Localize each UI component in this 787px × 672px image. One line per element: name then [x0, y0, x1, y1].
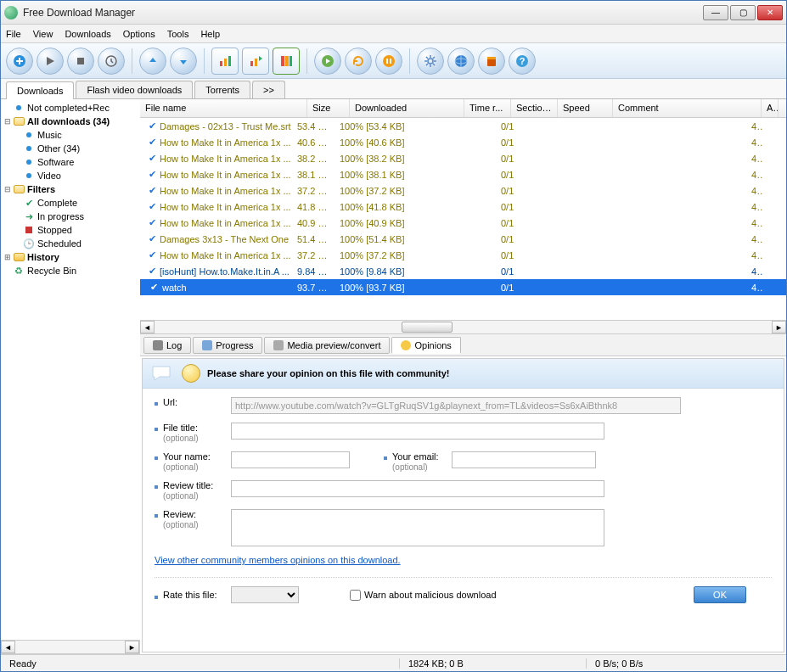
detail-tab-progress[interactable]: Progress [193, 337, 262, 354]
col-time[interactable]: Time r... [464, 99, 511, 117]
list-header: File name Size Downloaded Time r... Sect… [140, 99, 786, 118]
col-added[interactable]: A [762, 99, 779, 117]
table-row[interactable]: ✔watch93.7 KB100% [93.7 KB]0/14/ [140, 279, 786, 295]
tab-torrents[interactable]: Torrents [194, 81, 250, 98]
tab-more[interactable]: >> [252, 81, 285, 98]
svg-rect-19 [487, 57, 496, 59]
tree-stopped[interactable]: Stopped [3, 223, 138, 237]
tree-music[interactable]: Music [3, 128, 138, 142]
check-icon: ✔ [149, 266, 156, 277]
maximize-button[interactable]: ▢ [730, 5, 756, 20]
table-row[interactable]: ✔How to Make It in America 1x ...37.2 KB… [140, 247, 786, 263]
file-title-label: File title: [163, 423, 198, 433]
tree-all-downloads[interactable]: ⊟All downloads (34) [3, 115, 138, 128]
your-name-label: Your name: [163, 451, 211, 462]
add-download-button[interactable] [6, 48, 33, 75]
log-icon [153, 340, 163, 350]
review-field[interactable] [231, 509, 604, 546]
list-hscroll[interactable]: ◄► [140, 320, 786, 334]
table-row[interactable]: ✔How to Make It in America 1x ...40.6 KB… [140, 134, 786, 150]
tree-filters[interactable]: ⊟Filters [3, 182, 138, 196]
progress-icon [202, 340, 212, 350]
menu-downloads[interactable]: Downloads [65, 29, 110, 39]
file-title-field[interactable] [231, 423, 604, 440]
table-row[interactable]: ✔[isoHunt] How.to.Make.It.in.A ...9.84 K… [140, 263, 786, 279]
toolbar: ? [1, 43, 786, 79]
tool-button-3[interactable] [273, 48, 300, 75]
menu-file[interactable]: File [6, 29, 21, 39]
stop-button[interactable] [67, 48, 94, 75]
check-icon: ✔ [149, 283, 159, 293]
tree-complete[interactable]: ✔Complete [3, 196, 138, 210]
start-button[interactable] [37, 48, 64, 75]
tab-downloads[interactable]: Downloads [6, 81, 74, 99]
settings-button[interactable] [417, 48, 444, 75]
sidebar-hscroll[interactable]: ◄► [1, 640, 139, 654]
table-row[interactable]: ✔How to Make It in America 1x ...38.2 KB… [140, 150, 786, 166]
play-media-button[interactable] [314, 48, 341, 75]
tree-video[interactable]: Video [3, 169, 138, 182]
tree-label: Filters [27, 184, 55, 194]
table-row[interactable]: ✔How to Make It in America 1x ...37.2 KB… [140, 182, 786, 199]
menu-options[interactable]: Options [123, 29, 155, 39]
minimize-button[interactable]: — [703, 5, 728, 20]
tool-button-1[interactable] [211, 48, 239, 75]
book-button[interactable] [478, 48, 505, 75]
warn-checkbox[interactable] [350, 590, 361, 601]
menu-view[interactable]: View [33, 29, 53, 39]
col-size[interactable]: Size [307, 99, 350, 117]
table-row[interactable]: ✔How to Make It in America 1x ...41.8 KB… [140, 199, 786, 215]
your-email-field[interactable] [452, 451, 596, 468]
table-row[interactable]: ✔Damages - 02x13 - Trust Me.srt53.4 KB10… [140, 118, 786, 134]
tree-not-completed[interactable]: Not completed+Rec [3, 101, 138, 115]
move-up-button[interactable] [139, 48, 166, 75]
detail-tab-log[interactable]: Log [143, 337, 191, 354]
ok-button[interactable]: OK [694, 586, 746, 603]
main-tabbar: Downloads Flash video downloads Torrents… [1, 79, 786, 99]
col-filename[interactable]: File name [140, 99, 307, 117]
tree-other[interactable]: Other (34) [3, 142, 138, 155]
tree-history[interactable]: ⊞History [3, 250, 138, 264]
svg-rect-3 [220, 61, 222, 66]
svg-rect-4 [224, 59, 227, 66]
rate-select[interactable] [231, 586, 299, 603]
col-downloaded[interactable]: Downloaded [350, 99, 464, 117]
menubar: File View Downloads Options Tools Help [1, 25, 786, 43]
refresh-button[interactable] [345, 48, 372, 75]
menu-tools[interactable]: Tools [167, 29, 189, 39]
tree-label: Video [37, 171, 61, 181]
menu-help[interactable]: Help [200, 29, 220, 39]
table-row[interactable]: ✔Damages 3x13 - The Next One ...51.4 KB1… [140, 231, 786, 247]
tree-scheduled[interactable]: 🕒Scheduled [3, 237, 138, 250]
col-speed[interactable]: Speed [558, 99, 613, 117]
tree-label: Complete [37, 198, 77, 208]
tree-label: Scheduled [37, 238, 82, 249]
table-row[interactable]: ✔How to Make It in America 1x ...38.1 KB… [140, 166, 786, 182]
window-title: Free Download Manager [23, 7, 703, 19]
help-button[interactable]: ? [509, 48, 536, 75]
col-comment[interactable]: Comment [613, 99, 762, 117]
close-button[interactable]: ✕ [757, 5, 783, 20]
detail-tab-media[interactable]: Media preview/convert [264, 337, 390, 354]
col-sections[interactable]: Sections [511, 99, 558, 117]
tool-button-2[interactable] [242, 48, 269, 75]
move-down-button[interactable] [170, 48, 197, 75]
tree-in-progress[interactable]: ➜In progress [3, 210, 138, 223]
svg-rect-5 [228, 56, 231, 66]
your-name-field[interactable] [231, 451, 350, 468]
view-opinions-link[interactable]: View other community members opinions on… [155, 555, 401, 565]
tab-flash-video[interactable]: Flash video downloads [76, 81, 193, 98]
tree-recycle-bin[interactable]: ♻Recycle Bin [3, 264, 138, 277]
recycle-icon: ♻ [13, 265, 25, 277]
pause-all-button[interactable] [375, 48, 402, 75]
schedule-button[interactable] [98, 48, 125, 75]
clock-icon: 🕒 [23, 238, 35, 249]
tree-software[interactable]: Software [3, 155, 138, 169]
warn-label: Warn about malicious download [364, 590, 497, 600]
svg-rect-7 [255, 59, 257, 66]
review-title-field[interactable] [231, 480, 604, 497]
detail-tab-opinions[interactable]: Opinions [391, 337, 460, 354]
url-field[interactable] [231, 397, 681, 414]
table-row[interactable]: ✔How to Make It in America 1x ...40.9 KB… [140, 215, 786, 231]
browser-button[interactable] [447, 48, 475, 75]
